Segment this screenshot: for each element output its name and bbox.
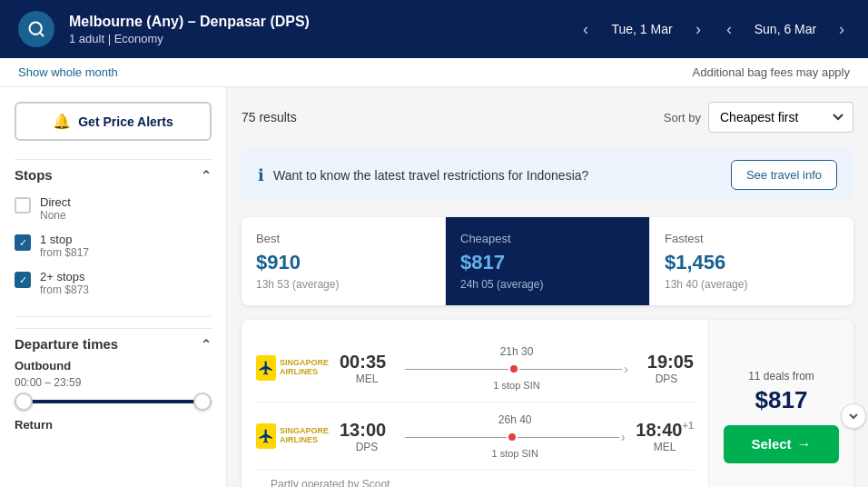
price-options-bar: Best $910 13h 53 (average) Cheapest $817… (242, 217, 853, 305)
route-line-left (405, 369, 508, 370)
next-return-date[interactable]: › (833, 16, 850, 43)
select-button[interactable]: Select → (724, 425, 839, 463)
stop-1-option[interactable]: 1 stop from $817 (15, 227, 212, 264)
prev-outbound-date[interactable]: ‹ (577, 16, 594, 43)
deal-price: $817 (755, 386, 808, 414)
departure-times-label: Departure times (15, 336, 118, 352)
flight-card: SINGAPOREAIRLINES 00:35 MEL 21h 30 (242, 320, 853, 487)
stop-direct-info: Direct None (40, 195, 71, 222)
results-header: 75 results Sort by Cheapest first Best f… (242, 102, 853, 133)
stop-2plus-checkbox[interactable] (15, 272, 31, 288)
price-alert-button[interactable]: 🔔 Get Price Alerts (15, 102, 212, 141)
cheapest-option[interactable]: Cheapest $817 24h 05 (average) (446, 217, 650, 305)
stop-2plus-info: 2+ stops from $873 (40, 270, 89, 296)
return-flight-row: SINGAPOREAIRLINES 13:00 DPS 26h 40 (256, 403, 694, 471)
stop-1-price: from $817 (40, 246, 89, 259)
content-area: 75 results Sort by Cheapest first Best f… (227, 87, 868, 487)
stops-header[interactable]: Stops ⌃ (15, 159, 212, 190)
flight-card-wrapper: SINGAPOREAIRLINES 00:35 MEL 21h 30 (242, 320, 853, 487)
outbound-date-nav: ‹ Tue, 1 Mar › (577, 16, 706, 43)
main-layout: 🔔 Get Price Alerts Stops ⌃ Direct None 1… (0, 87, 868, 487)
return-route-middle: 26h 40 › 1 stop SIN (405, 413, 625, 459)
stop-2plus-option[interactable]: 2+ stops from $873 (15, 264, 212, 302)
sort-select[interactable]: Cheapest first Best first Fastest first (708, 102, 853, 133)
outbound-label: Outbound (15, 359, 212, 373)
stops-section: Stops ⌃ Direct None 1 stop from $817 (15, 159, 212, 302)
return-route-line-right (518, 437, 619, 438)
return-stop-dot (508, 433, 516, 441)
cheapest-avg: 24h 05 (average) (460, 278, 635, 291)
departure-chevron-icon: ⌃ (201, 337, 212, 352)
outbound-time-range: 00:00 – 23:59 (15, 376, 212, 389)
deals-text: 11 deals from (748, 370, 814, 383)
cheapest-value: $817 (460, 251, 635, 274)
outbound-stop-info: 1 stop SIN (405, 380, 628, 391)
return-dep-airport: DPS (340, 441, 394, 453)
outbound-flight-row: SINGAPOREAIRLINES 00:35 MEL 21h 30 (256, 334, 694, 403)
return-airline-name: SINGAPOREAIRLINES (280, 427, 329, 445)
return-date: Sun, 6 Mar (745, 22, 826, 36)
stop-2plus-label: 2+ stops (40, 270, 89, 283)
route-details: 1 adult | Economy (69, 32, 563, 45)
best-avg: 13h 53 (average) (256, 278, 430, 291)
arrow-right-icon: › (624, 362, 628, 376)
return-duration: 26h 40 (405, 413, 625, 426)
search-icon (18, 11, 54, 47)
partly-operated: Partly operated by Scoot (256, 471, 694, 487)
return-route-line-left (405, 437, 507, 438)
outbound-dep: 00:35 MEL (340, 352, 394, 385)
stop-dot (510, 365, 518, 373)
stop-direct-checkbox[interactable] (15, 197, 31, 214)
stop-direct-sublabel: None (40, 209, 71, 222)
see-travel-info-button[interactable]: See travel info (731, 160, 837, 190)
select-label: Select (751, 436, 791, 452)
sub-header: Show whole month Additional bag fees may… (0, 58, 868, 87)
stop-direct-option[interactable]: Direct None (15, 190, 212, 227)
route-title: Melbourne (Any) – Denpasar (DPS) (69, 14, 563, 30)
outbound-range-slider (15, 400, 212, 403)
next-outbound-date[interactable]: › (690, 16, 706, 43)
outbound-dep-time: 00:35 (340, 352, 394, 373)
best-option[interactable]: Best $910 13h 53 (average) (242, 217, 446, 305)
best-label: Best (256, 232, 430, 245)
scroll-down-button[interactable] (841, 403, 866, 429)
route-line-right (519, 369, 623, 370)
price-panel: 11 deals from $817 Select → (708, 320, 853, 487)
outbound-route-middle: 21h 30 › 1 stop SIN (405, 345, 628, 391)
return-dep-time: 13:00 (340, 420, 394, 441)
outbound-date: Tue, 1 Mar (601, 22, 683, 36)
prev-return-date[interactable]: ‹ (721, 16, 737, 43)
travel-banner-text: Want to know the latest travel restricti… (273, 168, 588, 183)
info-icon: ℹ (258, 165, 264, 185)
return-arr-time: 18:40+1 (636, 420, 694, 441)
best-value: $910 (256, 251, 430, 274)
plus-day: +1 (682, 420, 694, 431)
outbound-airline-logo: SINGAPOREAIRLINES (256, 355, 329, 381)
route-info: Melbourne (Any) – Denpasar (DPS) 1 adult… (69, 14, 563, 45)
travel-banner: ℹ Want to know the latest travel restric… (242, 147, 853, 203)
sidebar: 🔔 Get Price Alerts Stops ⌃ Direct None 1… (0, 87, 227, 487)
return-arrow-right-icon: › (621, 430, 626, 444)
slider-thumb-left[interactable] (15, 393, 33, 411)
outbound-arr-airport: DPS (639, 373, 694, 385)
stops-chevron-icon: ⌃ (201, 168, 212, 183)
return-airline-logo: SINGAPOREAIRLINES (256, 423, 329, 449)
airline-name: SINGAPOREAIRLINES (280, 359, 329, 377)
sort-by-label: Sort by (664, 111, 701, 124)
svg-line-1 (40, 33, 44, 36)
stop-1-checkbox[interactable] (15, 234, 31, 251)
stops-label: Stops (15, 167, 53, 183)
bag-fees-notice: Additional bag fees may apply (693, 65, 850, 79)
return-arr-airport: MEL (636, 441, 694, 453)
fastest-avg: 13h 40 (average) (665, 278, 839, 291)
airline-logo-icon (256, 355, 276, 381)
header: Melbourne (Any) – Denpasar (DPS) 1 adult… (0, 0, 868, 58)
show-whole-month-link[interactable]: Show whole month (18, 65, 118, 79)
fastest-option[interactable]: Fastest $1,456 13h 40 (average) (650, 217, 853, 305)
outbound-dep-airport: MEL (340, 373, 394, 385)
slider-thumb-right[interactable] (193, 393, 212, 411)
stop-2plus-price: from $873 (40, 283, 89, 296)
results-count: 75 results (242, 110, 297, 124)
fastest-value: $1,456 (665, 251, 839, 274)
departure-times-header[interactable]: Departure times ⌃ (15, 328, 212, 359)
